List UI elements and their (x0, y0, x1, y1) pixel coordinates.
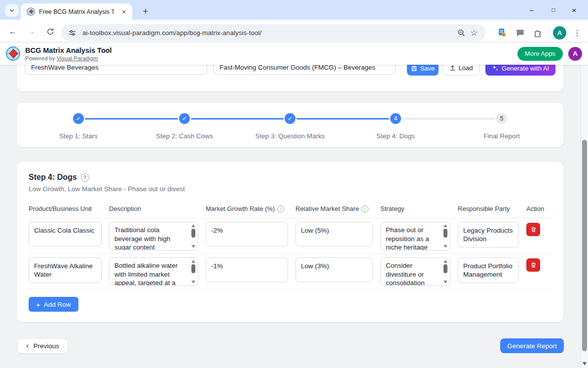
product-input[interactable]: FreshWave Alkaline Water (29, 257, 102, 283)
window-maximize-button[interactable]: □ (543, 0, 564, 20)
col-product: Product/Business Unit (29, 205, 102, 212)
description-textarea[interactable]: Bottled alkaline water with limited mark… (109, 257, 198, 286)
trash-icon (530, 226, 537, 233)
visual-paradigm-link[interactable]: Visual Paradigm (57, 55, 98, 61)
info-icon[interactable]: i (277, 205, 284, 212)
step-1-node[interactable]: ✓ (73, 113, 84, 124)
textarea-scrollbar[interactable] (190, 260, 196, 284)
new-tab-button[interactable]: + (139, 5, 152, 18)
powered-by: Powered by Visual Paradigm (25, 55, 112, 61)
textarea-scrollbar[interactable] (442, 224, 448, 248)
forward-button[interactable]: → (25, 25, 38, 39)
product-input[interactable]: Classic Cola Classic (29, 222, 102, 246)
browser-tab[interactable]: Free BCG Matrix Analysis Tool | × (21, 3, 132, 20)
extensions-button[interactable] (531, 26, 545, 40)
back-button[interactable]: ← (6, 25, 20, 39)
scrollbar-thumb[interactable] (443, 264, 447, 273)
previous-button[interactable]: ‹ Previous (17, 338, 68, 354)
comment-icon (515, 28, 525, 38)
reading-list-button[interactable] (495, 26, 509, 40)
page-scrollbar[interactable] (581, 42, 588, 368)
plus-icon: + (36, 300, 40, 309)
business-name-input[interactable]: FreshWave Beverages (25, 65, 207, 75)
load-button[interactable]: Load (442, 65, 479, 76)
generate-report-button[interactable]: Generate Report (500, 338, 564, 353)
help-icon[interactable]: ? (81, 173, 89, 182)
scroll-down-icon[interactable] (191, 281, 195, 284)
stepper-connector (191, 118, 284, 120)
app-header: BCG Matrix Analysis Tool Powered by Visu… (0, 42, 588, 65)
url-bar[interactable]: ai-toolbox.visual-paradigm.com/app/bcg-m… (61, 24, 485, 41)
window-close-button[interactable]: × (563, 0, 585, 20)
scroll-up-icon[interactable] (443, 224, 447, 227)
browser-window: Free BCG Matrix Analysis Tool | × + – □ … (0, 0, 588, 368)
step-4-card: Step 4: Dogs ? Low Growth, Low Market Sh… (17, 162, 563, 322)
info-icon[interactable]: i (362, 205, 368, 212)
scroll-down-icon[interactable] (443, 245, 447, 248)
scrollbar-thumb[interactable] (191, 229, 195, 238)
stepper-connector (402, 118, 495, 120)
more-apps-button[interactable]: More Apps (517, 47, 563, 61)
scroll-up-icon[interactable] (191, 260, 195, 263)
sparkles-icon (492, 65, 499, 72)
step-2-node[interactable]: ✓ (179, 113, 190, 124)
stepper-connector (85, 118, 178, 120)
window-minimize-button[interactable]: – (521, 0, 543, 20)
strategy-textarea[interactable]: Phase out or reposition as a niche herit… (380, 222, 450, 250)
scrollbar-thumb[interactable] (191, 264, 195, 273)
responsible-party-input[interactable]: Product Portfolio Management (458, 257, 519, 283)
textarea-scrollbar[interactable] (442, 260, 448, 284)
table-row: Classic Cola Classic Traditional cola be… (29, 218, 551, 254)
chevron-down-icon (9, 7, 15, 13)
add-row-button[interactable]: + Add Row (29, 297, 78, 312)
step-5-node[interactable]: 5 (496, 113, 507, 124)
delete-row-button[interactable] (526, 258, 540, 272)
app-title: BCG Matrix Analysis Tool (25, 46, 112, 55)
comment-button[interactable] (513, 26, 527, 40)
tab-close-icon[interactable]: × (119, 7, 128, 16)
scroll-up-icon[interactable] (443, 260, 447, 263)
market-share-input[interactable]: Low (5%) (295, 222, 373, 246)
scroll-down-icon[interactable] (191, 245, 195, 248)
generate-with-ai-button[interactable]: Generate with AI (485, 65, 555, 76)
zoom-out-icon (457, 29, 466, 37)
step-1-label: Step 1: Stars (24, 132, 133, 140)
step-4-node[interactable]: 4 (390, 113, 401, 124)
section-subtitle: Low Growth, Low Market Share - Phase out… (29, 185, 551, 193)
project-card: FreshWave Beverages Fast-Moving Consumer… (17, 65, 563, 91)
trash-icon (530, 262, 537, 268)
site-settings-icon[interactable] (68, 29, 76, 37)
textarea-scrollbar[interactable] (190, 224, 196, 248)
chrome-menu-icon[interactable]: ⋮ (570, 26, 584, 40)
reload-button[interactable] (43, 25, 57, 39)
user-avatar[interactable]: A (568, 47, 582, 61)
scroll-up-icon[interactable] (191, 224, 195, 227)
toolbar-divider (549, 28, 549, 38)
bookmark-star-icon[interactable]: ☆ (468, 26, 480, 39)
zoom-button[interactable] (455, 26, 468, 39)
section-title: Step 4: Dogs (29, 173, 77, 182)
delete-row-button[interactable] (526, 223, 540, 236)
col-growth: Market Growth Rate (%)i (206, 205, 288, 212)
col-party: Responsible Party (458, 205, 519, 212)
growth-rate-input[interactable]: -1% (206, 257, 288, 282)
industry-input[interactable]: Fast-Moving Consumer Goods (FMCG) – Beve… (213, 65, 396, 75)
scrollbar-thumb[interactable] (443, 229, 447, 238)
tab-search-button[interactable] (5, 4, 19, 17)
step-3-label: Step 3: Question Marks (236, 132, 344, 140)
strategy-textarea[interactable]: Consider divestiture or consolidation (380, 257, 450, 286)
step-3-node[interactable]: ✓ (285, 113, 295, 124)
growth-rate-input[interactable]: -2% (206, 222, 288, 246)
page-scrollbar-thumb[interactable] (582, 140, 587, 351)
reload-icon (46, 28, 54, 36)
url-text[interactable]: ai-toolbox.visual-paradigm.com/app/bcg-m… (82, 29, 455, 37)
save-button[interactable]: Save (407, 65, 439, 76)
responsible-party-input[interactable]: Legacy Products Division (458, 222, 519, 247)
scroll-down-icon[interactable] (443, 281, 447, 284)
step-2-label: Step 2: Cash Cows (130, 132, 239, 140)
col-action: Action (526, 205, 540, 212)
chrome-profile-avatar[interactable]: A (553, 26, 566, 40)
description-textarea[interactable]: Traditional cola beverage with high suga… (109, 222, 198, 250)
market-share-input[interactable]: Low (3%) (295, 257, 373, 282)
scroll-down-icon[interactable] (583, 362, 587, 366)
